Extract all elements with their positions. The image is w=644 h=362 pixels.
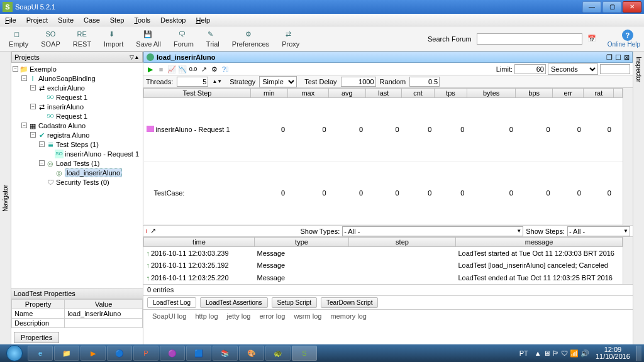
- project-tree[interactable]: −📁Exemplo −ΙAlunoSoapBinding −⇄excluirAl…: [11, 63, 143, 288]
- tree-request[interactable]: Request 1: [56, 94, 87, 101]
- online-help-label[interactable]: Online Help: [608, 41, 640, 48]
- task-app1[interactable]: 🟣: [160, 346, 185, 361]
- strategy-select[interactable]: Simple: [259, 76, 297, 87]
- menu-project[interactable]: Project: [24, 15, 50, 25]
- tree-loadtests[interactable]: Load Tests (1): [56, 160, 100, 167]
- tray-clock[interactable]: 12:0911/10/2016: [596, 346, 630, 360]
- menu-step[interactable]: Step: [108, 15, 127, 25]
- task-media[interactable]: ▶: [80, 346, 106, 361]
- toolbar-soap[interactable]: SOSOAP: [36, 30, 65, 48]
- minimize-button[interactable]: —: [582, 1, 601, 13]
- tree-teststeps[interactable]: Test Steps (1): [56, 141, 99, 148]
- tree-testcase[interactable]: registra Aluno: [47, 131, 89, 139]
- toolbar-proxy[interactable]: ⇄Proxy: [277, 30, 304, 48]
- toolbar-rest[interactable]: REREST: [68, 30, 96, 48]
- loadtest-tabs: LoadTest Log LoadTest Assertions Setup S…: [143, 295, 633, 309]
- tab-memory-log[interactable]: memory log: [330, 312, 366, 320]
- options-icon[interactable]: ⚙: [210, 65, 219, 74]
- toolbar-forum[interactable]: 🗨Forum: [169, 30, 199, 48]
- tree-teststep[interactable]: inserirAluno - Request 1: [65, 150, 139, 158]
- prop-description[interactable]: Description: [12, 319, 65, 328]
- task-app3[interactable]: 🎨: [239, 346, 264, 361]
- log-row[interactable]: ↑2016-10-11 12:03:03.239MessageLoadTest …: [144, 247, 623, 260]
- close-button[interactable]: ✕: [623, 1, 641, 13]
- toolbar-import[interactable]: ⬇Import: [99, 30, 128, 48]
- scrollbar[interactable]: [623, 88, 633, 225]
- tree-securitytests[interactable]: Security Tests (0): [56, 178, 109, 186]
- search-forum-input[interactable]: [477, 33, 582, 45]
- log-row[interactable]: ↑2016-10-11 12:03:25.192MessageLoadTest …: [144, 259, 623, 272]
- table-row[interactable]: TestCase: 000 000 000 0: [144, 162, 623, 225]
- run-icon[interactable]: ▶: [146, 65, 155, 74]
- task-app2[interactable]: 🟦: [186, 346, 211, 361]
- stop-icon[interactable]: ■: [157, 65, 165, 74]
- tab-soapui-log[interactable]: SoapUI log: [152, 312, 186, 320]
- tab-teardown[interactable]: TearDown Script: [321, 297, 378, 308]
- tree-request[interactable]: Request 1: [56, 112, 87, 120]
- tab-wsrm-log[interactable]: wsrm log: [294, 312, 321, 320]
- tab-http-log[interactable]: http log: [195, 312, 218, 320]
- tab-jetty-log[interactable]: jetty log: [227, 312, 251, 320]
- task-powerpoint[interactable]: P: [133, 346, 158, 361]
- tree-loadtest-selected[interactable]: load_inserirAluno: [65, 168, 122, 177]
- tray-icons[interactable]: ▲ 🖥 🏳 🛡 📶 🔊: [535, 349, 589, 358]
- clear-log-icon[interactable]: ו: [146, 227, 148, 235]
- tree-binding[interactable]: AlunoSoapBinding: [38, 75, 96, 82]
- navigator-tab[interactable]: Navigator: [0, 52, 11, 344]
- task-explorer[interactable]: 📁: [54, 346, 79, 361]
- toolbar-empty[interactable]: ◻Empty: [4, 30, 33, 48]
- scrollbar[interactable]: [623, 237, 633, 284]
- properties-button[interactable]: Properties: [14, 332, 59, 343]
- search-go-icon[interactable]: 📅: [587, 35, 596, 43]
- window-restore-icon[interactable]: ❐: [606, 53, 613, 62]
- collapse-icon[interactable]: ▽▲: [130, 54, 140, 60]
- entries-label: 0 entries: [143, 284, 633, 295]
- maximize-button[interactable]: ▢: [602, 1, 621, 13]
- limit-unit-select[interactable]: Seconds: [548, 63, 598, 75]
- tree-excluiraluno[interactable]: excluirAluno: [47, 84, 85, 92]
- tab-error-log[interactable]: error log: [259, 312, 285, 320]
- task-winrar[interactable]: 📚: [213, 346, 238, 361]
- show-steps-select[interactable]: - All -▼: [567, 226, 630, 236]
- menu-suite[interactable]: Suite: [55, 15, 76, 25]
- reset-icon[interactable]: 0.0: [189, 65, 197, 74]
- tree-testsuite[interactable]: Cadastro Aluno: [38, 122, 86, 129]
- tab-setup[interactable]: Setup Script: [272, 297, 317, 308]
- stats-icon[interactable]: 📈: [167, 65, 176, 74]
- prop-name[interactable]: Name: [12, 309, 65, 319]
- limit-input[interactable]: [514, 64, 546, 74]
- task-chrome[interactable]: 🔵: [107, 346, 132, 361]
- show-types-select[interactable]: - All -▼: [342, 226, 523, 236]
- log-row[interactable]: ↑2016-10-11 12:03:25.220MessageLoadTest …: [144, 272, 623, 284]
- table-row[interactable]: inserirAluno - Request 1 000 000 000 0: [144, 98, 623, 162]
- toolbar-trial[interactable]: ✎Trial: [201, 30, 225, 48]
- menu-case[interactable]: Case: [81, 15, 103, 25]
- tray-lang[interactable]: PT: [519, 349, 528, 357]
- window-close-icon[interactable]: ⊠: [624, 53, 630, 62]
- menu-tools[interactable]: Tools: [131, 15, 153, 25]
- export-icon[interactable]: ↗: [199, 65, 208, 74]
- task-soapui[interactable]: S: [292, 346, 317, 361]
- delay-input[interactable]: [341, 77, 376, 87]
- threads-input[interactable]: [177, 77, 208, 87]
- random-input[interactable]: [409, 77, 440, 87]
- tab-loadtest-log[interactable]: LoadTest Log: [147, 297, 196, 308]
- show-desktop[interactable]: [636, 346, 641, 361]
- tab-assertions[interactable]: LoadTest Assertions: [200, 297, 268, 308]
- menu-desktop[interactable]: Desktop: [158, 15, 188, 25]
- export-log-icon[interactable]: ↗: [150, 227, 156, 235]
- help-icon[interactable]: ?: [622, 30, 633, 41]
- task-app4[interactable]: 🐢: [265, 346, 291, 361]
- start-button[interactable]: [3, 344, 26, 362]
- menu-help[interactable]: Help: [193, 15, 213, 25]
- help-icon[interactable]: ?⃝: [221, 65, 230, 74]
- tree-project[interactable]: Exemplo: [30, 65, 57, 73]
- window-max-icon[interactable]: ☐: [615, 53, 621, 62]
- graph-icon[interactable]: 📉: [178, 65, 187, 74]
- tree-inseriraluno[interactable]: inserirAluno: [47, 103, 84, 111]
- toolbar-preferences[interactable]: ⚙Preferences: [227, 30, 274, 48]
- toolbar-saveall[interactable]: 💾Save All: [131, 30, 166, 48]
- menu-file[interactable]: File: [3, 15, 19, 25]
- task-ie[interactable]: e: [28, 346, 53, 361]
- inspector-tab[interactable]: Inspector: [633, 52, 644, 344]
